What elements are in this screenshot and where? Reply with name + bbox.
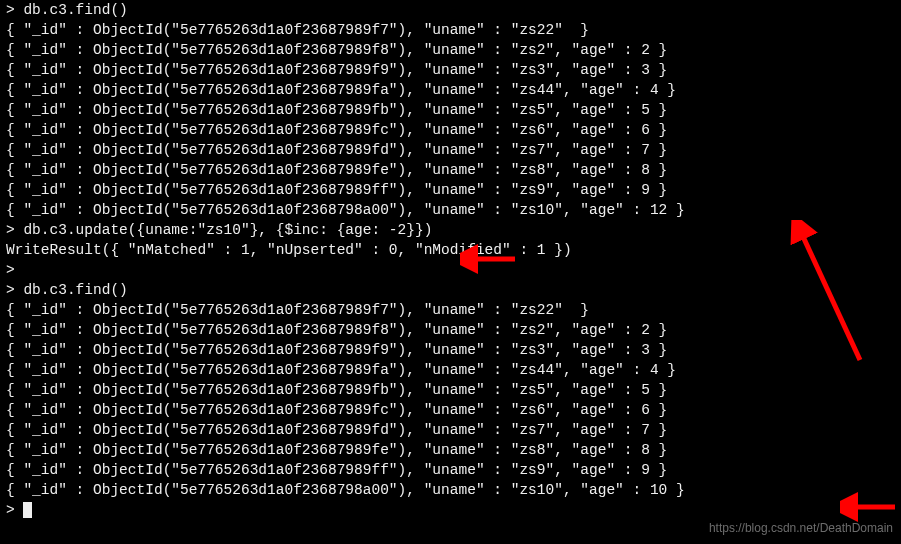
result-row: { "_id" : ObjectId("5e7765263d1a0f236879… [0, 400, 901, 420]
terminal-output[interactable]: > db.c3.find(){ "_id" : ObjectId("5e7765… [0, 0, 901, 520]
command-line: > db.c3.find() [0, 280, 901, 300]
result-row: { "_id" : ObjectId("5e7765263d1a0f236879… [0, 380, 901, 400]
result-row: { "_id" : ObjectId("5e7765263d1a0f236879… [0, 180, 901, 200]
prompt-line: > [0, 260, 901, 280]
result-row: { "_id" : ObjectId("5e7765263d1a0f236879… [0, 420, 901, 440]
result-row: { "_id" : ObjectId("5e7765263d1a0f236879… [0, 160, 901, 180]
cursor [23, 502, 32, 518]
result-row: { "_id" : ObjectId("5e7765263d1a0f236879… [0, 120, 901, 140]
result-row: { "_id" : ObjectId("5e7765263d1a0f236879… [0, 440, 901, 460]
result-row: { "_id" : ObjectId("5e7765263d1a0f236879… [0, 360, 901, 380]
prompt-line: > [0, 500, 901, 520]
result-row: { "_id" : ObjectId("5e7765263d1a0f236879… [0, 300, 901, 320]
result-row: { "_id" : ObjectId("5e7765263d1a0f236879… [0, 140, 901, 160]
result-row: { "_id" : ObjectId("5e7765263d1a0f236879… [0, 460, 901, 480]
result-row: { "_id" : ObjectId("5e7765263d1a0f236879… [0, 80, 901, 100]
result-row: { "_id" : ObjectId("5e7765263d1a0f236879… [0, 320, 901, 340]
result-row: { "_id" : ObjectId("5e7765263d1a0f236879… [0, 480, 901, 500]
result-row: { "_id" : ObjectId("5e7765263d1a0f236879… [0, 100, 901, 120]
result-row: { "_id" : ObjectId("5e7765263d1a0f236879… [0, 340, 901, 360]
watermark: https://blog.csdn.net/DeathDomain [709, 518, 893, 538]
result-row: { "_id" : ObjectId("5e7765263d1a0f236879… [0, 200, 901, 220]
result-row: { "_id" : ObjectId("5e7765263d1a0f236879… [0, 60, 901, 80]
result-row: { "_id" : ObjectId("5e7765263d1a0f236879… [0, 20, 901, 40]
command-line: > db.c3.update({uname:"zs10"}, {$inc: {a… [0, 220, 901, 240]
command-line: > db.c3.find() [0, 0, 901, 20]
result-row: { "_id" : ObjectId("5e7765263d1a0f236879… [0, 40, 901, 60]
write-result: WriteResult({ "nMatched" : 1, "nUpserted… [0, 240, 901, 260]
